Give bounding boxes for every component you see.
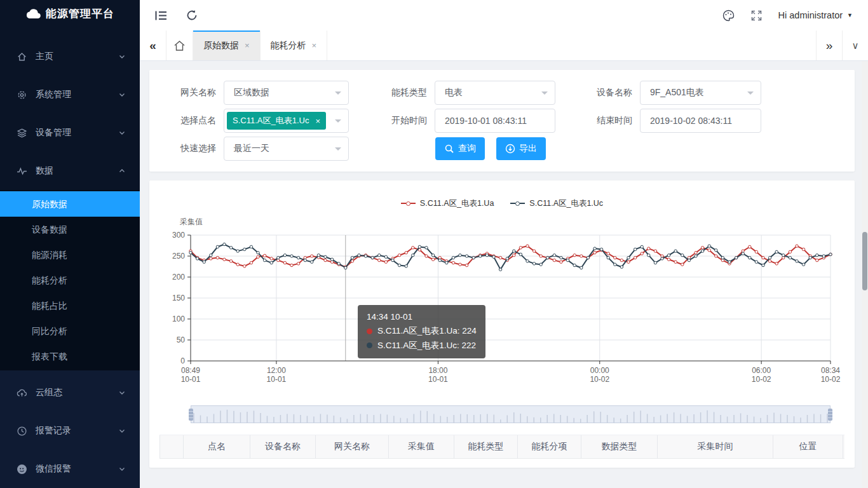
sidebar: 能源管理平台 主页 系统管理 设备管理 数据 原始数据 设备数据 能源消耗 能耗…	[0, 0, 140, 488]
sidebar-item-report-download[interactable]: 报表下载	[0, 344, 140, 369]
col-gateway-header: 网关名称	[316, 435, 389, 458]
refresh-icon[interactable]	[186, 10, 198, 21]
theme-palette-icon[interactable]	[722, 10, 735, 22]
sidebar-lower: 云组态 报警记录 微信报警	[0, 370, 140, 488]
svg-text:10-01: 10-01	[428, 375, 448, 383]
export-button[interactable]: 导出	[496, 137, 546, 160]
end-time-value: 2019-10-02 08:43:11	[650, 116, 732, 126]
col-point-header: 点名	[184, 435, 250, 458]
data-submenu: 原始数据 设备数据 能源消耗 能耗分析 能耗占比 同比分析 报表下载	[0, 190, 140, 370]
line-chart-svg[interactable]: 05010015020025030008:4910-0112:0010-0118…	[159, 216, 843, 383]
start-time-label: 开始时间	[349, 115, 435, 126]
top-header: Hi administrator ▼	[140, 0, 868, 30]
point-tag-text: S.C11.A区_电表1.Uc	[233, 115, 309, 126]
datazoom-handle-right[interactable]	[828, 409, 832, 421]
quick-select[interactable]: 最近一天	[224, 137, 349, 161]
tag-close-icon[interactable]: ×	[315, 116, 320, 126]
device-value: 9F_A501电表	[650, 87, 704, 98]
quick-select-label: 快速选择	[149, 143, 224, 154]
page-scrollbar-thumb[interactable]	[862, 232, 867, 290]
svg-text:10-01: 10-01	[181, 375, 201, 383]
chevron-down-icon	[118, 129, 126, 137]
filter-panel: 网关名称 区域数据 能耗类型 电表 设备名称 9F_A501电表 选择点名 S.…	[149, 70, 855, 172]
col-value-header: 采集值	[389, 435, 454, 458]
energy-type-label: 能耗类型	[349, 87, 435, 98]
page-scrollbar-track[interactable]	[862, 61, 868, 488]
sidebar-item-device-data[interactable]: 设备数据	[0, 217, 140, 242]
gateway-select[interactable]: 区域数据	[224, 81, 349, 105]
layers-icon	[17, 128, 27, 139]
sidebar-nav: 主页 系统管理 设备管理 数据 原始数据 设备数据 能源消耗 能耗分析 能耗占比…	[0, 27, 140, 488]
svg-text:12:00: 12:00	[267, 366, 286, 375]
end-time-input[interactable]: 2019-10-02 08:43:11	[640, 109, 761, 133]
cloud-logo-icon	[25, 8, 41, 19]
device-select[interactable]: 9F_A501电表	[640, 81, 761, 105]
sidebar-item-alarm-log[interactable]: 报警记录	[0, 412, 140, 450]
svg-text:采集值: 采集值	[180, 217, 203, 226]
col-data-type-header: 数据类型	[581, 435, 658, 458]
query-button[interactable]: 查询	[435, 137, 485, 160]
legend-item-uc[interactable]: S.C11.A区_电表1.Uc	[510, 198, 603, 209]
start-time-input[interactable]: 2019-10-01 08:43:11	[435, 109, 555, 133]
legend-label: S.C11.A区_电表1.Uc	[529, 198, 603, 209]
sidebar-item-raw-data[interactable]: 原始数据	[0, 191, 140, 217]
point-multiselect[interactable]: S.C11.A区_电表1.Uc ×	[224, 109, 349, 133]
pulse-icon	[17, 166, 27, 177]
sidebar-item-data[interactable]: 数据	[0, 152, 140, 190]
sidebar-item-wechat-alarm[interactable]: 微信报警	[0, 450, 140, 488]
tab-close-icon[interactable]: ×	[312, 41, 317, 50]
gateway-label: 网关名称	[149, 87, 224, 98]
svg-text:50: 50	[177, 336, 186, 344]
svg-text:08:49: 08:49	[181, 366, 200, 375]
chevron-down-icon	[118, 465, 126, 473]
sidebar-item-label: 微信报警	[36, 463, 118, 475]
chart-panel: S.C11.A区_电表1.Ua S.C11.A区_电表1.Uc 05010015…	[149, 180, 855, 468]
datazoom-handle-left[interactable]	[189, 409, 193, 421]
svg-text:150: 150	[172, 294, 185, 302]
sidebar-item-energy-ratio[interactable]: 能耗占比	[0, 293, 140, 318]
sidebar-item-system[interactable]: 系统管理	[0, 76, 140, 114]
search-icon	[444, 144, 454, 154]
tab-home[interactable]	[166, 30, 193, 60]
svg-text:100: 100	[172, 315, 185, 323]
tabs-dropdown-button[interactable]: ∨	[842, 30, 868, 60]
home-tab-icon	[173, 40, 186, 51]
chevron-down-icon	[118, 53, 126, 60]
sidebar-item-home[interactable]: 主页	[0, 37, 140, 76]
chevron-down-icon	[118, 389, 126, 396]
legend-label: S.C11.A区_电表1.Ua	[420, 198, 494, 209]
col-energy-item-header: 能耗分项	[518, 435, 581, 458]
datazoom-slider[interactable]	[191, 405, 831, 423]
legend-item-ua[interactable]: S.C11.A区_电表1.Ua	[401, 198, 494, 209]
svg-text:10-02: 10-02	[821, 375, 841, 383]
svg-text:10-02: 10-02	[752, 375, 771, 383]
col-energy-type-header: 能耗类型	[454, 435, 518, 458]
clock-icon	[17, 426, 27, 437]
home-icon	[17, 51, 27, 62]
sidebar-item-devices[interactable]: 设备管理	[0, 114, 140, 152]
datazoom-svg	[191, 406, 830, 423]
menu-fold-icon[interactable]	[155, 10, 167, 21]
tabs-scroll-left-button[interactable]: «	[140, 30, 166, 60]
sidebar-item-label: 主页	[36, 51, 118, 62]
sidebar-item-yoy-analysis[interactable]: 同比分析	[0, 318, 140, 344]
tab-energy-analysis[interactable]: 能耗分析 ×	[261, 30, 328, 60]
col-expand-header	[159, 435, 184, 458]
sidebar-item-energy-consumption[interactable]: 能源消耗	[0, 242, 140, 268]
fullscreen-icon[interactable]	[751, 10, 762, 21]
download-icon	[505, 144, 515, 154]
quick-select-value: 最近一天	[234, 143, 269, 154]
svg-text:10-02: 10-02	[590, 375, 609, 383]
svg-text:250: 250	[172, 252, 185, 261]
sidebar-item-cloud-scada[interactable]: 云组态	[0, 374, 140, 412]
energy-type-select[interactable]: 电表	[435, 81, 555, 105]
user-menu[interactable]: Hi administrator ▼	[778, 10, 853, 20]
tabs-scroll-right-button[interactable]: »	[816, 30, 842, 60]
tab-raw-data[interactable]: 原始数据 ×	[193, 30, 261, 60]
data-table-header: 点名 设备名称 网关名称 采集值 能耗类型 能耗分项 数据类型 采集时间 位置	[159, 435, 844, 459]
query-button-label: 查询	[458, 143, 476, 154]
col-device-header: 设备名称	[250, 435, 316, 458]
svg-text:0: 0	[180, 356, 185, 365]
tab-close-icon[interactable]: ×	[245, 41, 250, 50]
sidebar-item-energy-analysis[interactable]: 能耗分析	[0, 268, 140, 293]
